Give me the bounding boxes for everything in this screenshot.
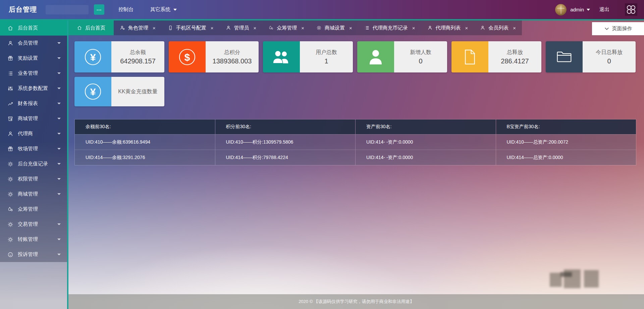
content-area: 后台首页 角色管理× 手机区号配置× 管理员× 众筹管理× (68, 20, 644, 309)
chevron-down-icon (57, 103, 61, 104)
user-icon (7, 131, 13, 137)
apps-grid-button[interactable] (625, 3, 637, 16)
sidebar-item-home[interactable]: 后台首页 (0, 20, 67, 36)
sidebar-item-finance-report[interactable]: 财务报表 (0, 96, 67, 111)
rank-column-points: 积分前30名: UID:410——积分:1309579.5806 UID:414… (215, 119, 356, 165)
rank-column-header: 积分前30名: (215, 119, 356, 134)
stat-cards: 总余额642908.157 总积分1389368.003 用户总数1 新增人数0… (68, 35, 644, 111)
chevron-down-icon (57, 254, 61, 255)
stat-card-kk-gold: KK黄金充值数量 (74, 77, 164, 106)
building-silhouette (584, 270, 599, 288)
close-icon[interactable]: × (254, 25, 257, 31)
tab-mall-settings[interactable]: 商城设置× (310, 20, 358, 35)
list-icon (7, 70, 13, 76)
gear-icon (7, 191, 13, 197)
sidebar-item-mall[interactable]: 商城管理 (0, 111, 67, 126)
stat-card-total-released: 总释放286.4127 (451, 41, 541, 72)
stat-card-total-balance: 总余额642908.157 (74, 41, 164, 72)
sidebar-item-members[interactable]: 会员管理 (0, 36, 67, 51)
sidebar-toggle-button[interactable]: ... (94, 4, 104, 15)
gear-icon (7, 221, 13, 227)
chevron-down-icon (604, 27, 609, 30)
rank-column-header: 余额前30名: (75, 119, 215, 134)
tab-admin[interactable]: 管理员× (220, 20, 263, 35)
close-icon[interactable]: × (465, 25, 468, 31)
rank-cell: UID:414——积分:79788.4224 (215, 150, 356, 165)
nav-console[interactable]: 控制台 (118, 6, 133, 13)
close-icon[interactable]: × (153, 25, 156, 31)
gear-icon (316, 25, 322, 31)
chevron-down-icon (57, 163, 61, 165)
rank-column-header: B宝资产前30名: (496, 119, 636, 134)
rank-cell: UID:414- -资产:0.0000 (356, 134, 496, 150)
sliders-icon (7, 86, 13, 92)
chevron-down-icon (57, 239, 61, 240)
chevron-down-icon (57, 193, 61, 195)
building-silhouette (560, 272, 572, 277)
chevron-down-icon (57, 178, 61, 180)
user-solid-icon (357, 41, 394, 72)
close-icon[interactable]: × (301, 25, 304, 31)
smiley-icon (7, 252, 13, 258)
sidebar-item-complaints[interactable]: 投诉管理 (0, 247, 67, 262)
user-icon (427, 25, 433, 31)
sidebar-item-farm[interactable]: 牧场管理 (0, 141, 67, 156)
rank-column-assets: 资产前30名: UID:414- -资产:0.0000 UID:414- -资产… (356, 119, 496, 165)
tab-agent-list[interactable]: 代理商列表× (421, 20, 474, 35)
list-icon (364, 25, 370, 31)
sidebar-item-rewards[interactable]: 奖励设置 (0, 51, 67, 66)
rank-cell: UID:410——总资产:200.0072 (496, 134, 636, 150)
gear-icon (7, 176, 13, 182)
mobile-icon (168, 25, 173, 31)
tab-agent-recharge[interactable]: 代理商充币记录× (358, 20, 421, 35)
sidebar-item-mall-2[interactable]: 商城管理 (0, 187, 67, 202)
stat-card-total-points: 总积分1389368.003 (169, 41, 259, 72)
app-title: 后台管理 (9, 5, 37, 14)
yen-circle-icon (74, 77, 111, 106)
sidebar-item-business[interactable]: 业务管理 (0, 66, 67, 81)
tab-phone-area[interactable]: 手机区号配置× (162, 20, 220, 35)
user-menu[interactable]: admin (570, 7, 590, 12)
user-icon (226, 25, 231, 31)
water-drops-icon (268, 25, 274, 31)
gear-icon (7, 237, 13, 243)
rank-cell: UID:414——总资产:0.0000 (496, 150, 636, 165)
tab-bar: 后台首页 角色管理× 手机区号配置× 管理员× 众筹管理× (68, 20, 644, 35)
stat-card-total-users: 用户总数1 (263, 41, 353, 72)
sidebar-item-agents[interactable]: 代理商 (0, 126, 67, 141)
water-drops-icon (7, 206, 13, 212)
sidebar-item-transfer[interactable]: 转账管理 (0, 232, 67, 247)
tab-member-list[interactable]: 会员列表× (474, 20, 522, 35)
chevron-down-icon (57, 133, 61, 135)
chevron-down-icon (57, 72, 61, 74)
nav-other-systems[interactable]: 其它系统 (150, 6, 177, 13)
tab-home[interactable]: 后台首页 (68, 20, 114, 35)
sidebar-item-recharge-records[interactable]: 后台充值记录 (0, 156, 67, 171)
tab-crowdfunding[interactable]: 众筹管理× (262, 20, 310, 35)
main-area: 后台首页 会员管理 奖励设置 业务管理 系统参数配置 财务报表 (0, 19, 644, 309)
rank-cell: UID:414——余额:3291.2076 (75, 150, 215, 165)
close-icon[interactable]: × (349, 25, 352, 31)
sidebar-item-system-params[interactable]: 系统参数配置 (0, 81, 67, 96)
tab-role-mgmt[interactable]: 角色管理× (114, 20, 162, 35)
user-avatar[interactable] (555, 4, 567, 15)
user-gear-icon (120, 25, 125, 31)
stat-card-today-released: 今日总释放0 (546, 41, 636, 72)
chevron-down-icon (57, 118, 61, 119)
close-icon[interactable]: × (412, 25, 415, 31)
rank-column-header: 资产前30名: (356, 119, 496, 134)
logout-button[interactable]: 退出 (599, 6, 609, 13)
sidebar: 后台首页 会员管理 奖励设置 业务管理 系统参数配置 财务报表 (0, 20, 68, 309)
gear-icon (7, 161, 13, 167)
chevron-down-icon (57, 148, 61, 150)
sidebar-item-permissions[interactable]: 权限管理 (0, 171, 67, 187)
page-actions-button[interactable]: 页面操作 (592, 22, 644, 35)
close-icon[interactable]: × (211, 25, 214, 31)
page-footer: 2020 © 【该源码仅供学习研究，请勿用于商业和非法用途】 (68, 294, 644, 309)
sidebar-item-crowdfunding[interactable]: 众筹管理 (0, 202, 67, 217)
close-icon[interactable]: × (513, 25, 516, 31)
rank-cell: UID:410——积分:1309579.5806 (215, 134, 356, 150)
chevron-down-icon (57, 42, 61, 44)
sidebar-item-trade[interactable]: 交易管理 (0, 217, 67, 232)
building-silhouette (550, 273, 562, 287)
